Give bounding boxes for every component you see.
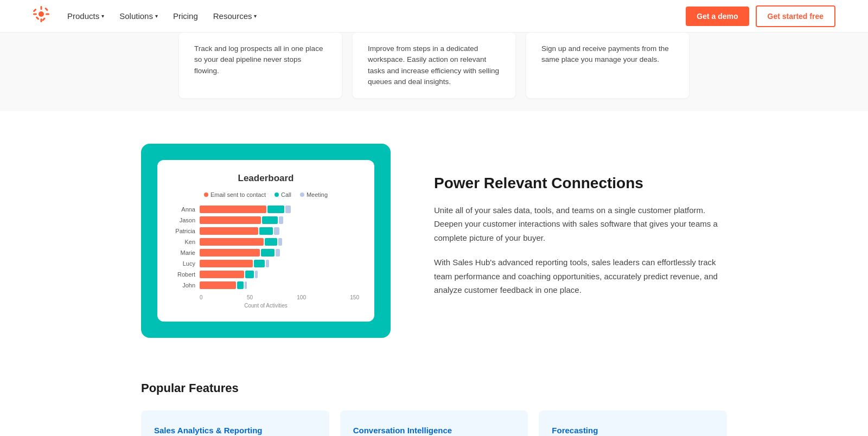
legend-call: Call (275, 191, 291, 198)
products-chevron-icon: ▾ (101, 13, 104, 19)
top-card-2-text: Improve from steps in a dedicated worksp… (368, 43, 500, 87)
feature-card-forecasting: Forecasting Get a comprehensive view of … (539, 411, 727, 436)
nav-links: Products ▾ Solutions ▾ Pricing Resources… (67, 11, 257, 21)
leaderboard-legend: Email sent to contact Call Meeting (173, 191, 359, 198)
svg-point-0 (39, 11, 44, 17)
svg-rect-3 (33, 14, 37, 15)
top-cards-strip: Track and log prospects all in one place… (0, 33, 868, 111)
lb-row: John (173, 281, 359, 289)
svg-rect-1 (41, 6, 42, 10)
popular-features-section: Popular Features Sales Analytics & Repor… (141, 381, 727, 436)
hubspot-logo (33, 5, 50, 27)
leaderboard-section: Leaderboard Email sent to contact Call M… (141, 144, 727, 338)
legend-meeting-dot (300, 193, 304, 197)
lb-row: Ken (173, 238, 359, 246)
top-card-3: Sign up and receive payments from the sa… (526, 33, 689, 98)
power-connections-section: Power Relevant Connections Unite all of … (434, 174, 727, 307)
top-card-2: Improve from steps in a dedicated worksp… (353, 33, 515, 98)
lb-row: Anna (173, 206, 359, 213)
feature-link-conversation[interactable]: Conversation Intelligence (353, 426, 515, 435)
svg-rect-4 (46, 14, 49, 15)
lb-axis: 0 50 100 150 (173, 294, 359, 300)
power-desc-1: Unite all of your sales data, tools, and… (434, 203, 727, 245)
navbar: Products ▾ Solutions ▾ Pricing Resources… (0, 0, 868, 33)
get-started-button[interactable]: Get started free (756, 5, 835, 27)
nav-pricing[interactable]: Pricing (173, 11, 198, 21)
power-desc-2: With Sales Hub's advanced reporting tool… (434, 255, 727, 297)
features-grid: Sales Analytics & Reporting Get full vis… (141, 411, 727, 436)
legend-email-dot (204, 193, 208, 197)
nav-solutions[interactable]: Solutions ▾ (119, 11, 158, 21)
main-content: Leaderboard Email sent to contact Call M… (108, 111, 760, 436)
feature-card-conversation: Conversation Intelligence Bring the voic… (340, 411, 528, 436)
popular-features-title: Popular Features (141, 381, 727, 395)
svg-rect-8 (36, 16, 40, 20)
nav-products[interactable]: Products ▾ (67, 11, 104, 21)
top-card-1-text: Track and log prospects all in one place… (194, 43, 327, 76)
nav-right: Get a demo Get started free (686, 5, 835, 27)
lb-x-label: Count of Activities (173, 303, 359, 309)
leaderboard-card: Leaderboard Email sent to contact Call M… (157, 160, 374, 322)
leaderboard-widget: Leaderboard Email sent to contact Call M… (141, 144, 391, 338)
feature-link-forecasting[interactable]: Forecasting (552, 426, 714, 435)
lb-row: Lucy (173, 260, 359, 267)
nav-resources[interactable]: Resources ▾ (213, 11, 257, 21)
legend-email: Email sent to contact (204, 191, 266, 198)
lb-row: Patricia (173, 227, 359, 235)
leaderboard-title: Leaderboard (173, 173, 359, 184)
feature-link-analytics[interactable]: Sales Analytics & Reporting (154, 426, 316, 435)
power-title: Power Relevant Connections (434, 174, 727, 193)
top-card-1: Track and log prospects all in one place… (179, 33, 342, 98)
svg-rect-7 (44, 7, 48, 11)
solutions-chevron-icon: ▾ (155, 13, 158, 19)
nav-left: Products ▾ Solutions ▾ Pricing Resources… (33, 5, 257, 27)
lb-row: Marie (173, 249, 359, 257)
lb-row: Jason (173, 216, 359, 224)
top-card-3-text: Sign up and receive payments from the sa… (541, 43, 674, 66)
svg-rect-5 (33, 9, 37, 12)
legend-call-dot (275, 193, 279, 197)
feature-card-analytics: Sales Analytics & Reporting Get full vis… (141, 411, 329, 436)
resources-chevron-icon: ▾ (254, 13, 257, 19)
get-demo-button[interactable]: Get a demo (686, 7, 749, 26)
legend-meeting: Meeting (300, 191, 328, 198)
svg-rect-2 (41, 18, 42, 22)
leaderboard-chart: AnnaJasonPatriciaKenMarieLucyRobertJohn (173, 206, 359, 289)
lb-row: Robert (173, 271, 359, 278)
svg-rect-6 (42, 17, 46, 21)
